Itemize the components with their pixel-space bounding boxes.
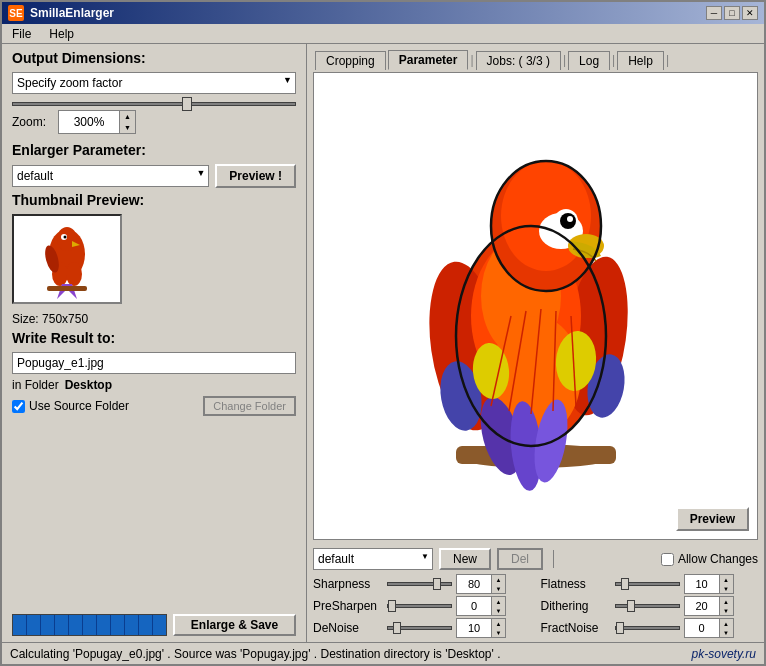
zoom-increment[interactable]: ▲ bbox=[120, 111, 135, 122]
progress-seg-9 bbox=[125, 615, 139, 635]
use-source-folder-checkbox[interactable] bbox=[12, 400, 25, 413]
denoise-spin: ▲ ▼ bbox=[456, 618, 506, 638]
denoise-input[interactable] bbox=[457, 619, 491, 637]
enlarge-save-button[interactable]: Enlarge & Save bbox=[173, 614, 296, 636]
sharpness-input[interactable] bbox=[457, 575, 491, 593]
params-grid: Sharpness ▲ ▼ bbox=[313, 574, 758, 638]
enlarger-param-title: Enlarger Parameter: bbox=[12, 142, 296, 158]
zoom-slider-track[interactable] bbox=[12, 102, 296, 106]
new-preset-button[interactable]: New bbox=[439, 548, 491, 570]
tab-cropping[interactable]: Cropping bbox=[315, 51, 386, 70]
menu-help[interactable]: Help bbox=[45, 26, 78, 42]
filename-input[interactable] bbox=[12, 352, 296, 374]
progress-segments bbox=[13, 615, 166, 635]
zoom-type-wrapper: Specify zoom factor Specify output size … bbox=[12, 72, 296, 94]
presharpen-input[interactable] bbox=[457, 597, 491, 615]
dithering-up[interactable]: ▲ bbox=[720, 597, 733, 606]
menu-file[interactable]: File bbox=[8, 26, 35, 42]
flatness-up[interactable]: ▲ bbox=[720, 575, 733, 584]
zoom-type-select[interactable]: Specify zoom factor Specify output size … bbox=[12, 72, 296, 94]
maximize-button[interactable]: □ bbox=[724, 6, 740, 20]
zoom-input[interactable]: 300% bbox=[59, 111, 119, 133]
progress-seg-4 bbox=[55, 615, 69, 635]
zoom-label: Zoom: bbox=[12, 115, 52, 129]
denoise-row: DeNoise ▲ ▼ bbox=[313, 618, 531, 638]
sharpness-thumb[interactable] bbox=[433, 578, 441, 590]
right-panel: Cropping Parameter | Jobs: ( 3/3 ) | Log… bbox=[307, 44, 764, 642]
svg-point-1 bbox=[57, 227, 77, 251]
sharpness-down[interactable]: ▼ bbox=[492, 584, 505, 593]
svg-point-3 bbox=[66, 262, 82, 286]
presharpen-down[interactable]: ▼ bbox=[492, 606, 505, 615]
dithering-input[interactable] bbox=[685, 597, 719, 615]
dithering-down[interactable]: ▼ bbox=[720, 606, 733, 615]
presharpen-spin-btns: ▲ ▼ bbox=[491, 597, 505, 615]
divider bbox=[553, 550, 554, 568]
dithering-spin-btns: ▲ ▼ bbox=[719, 597, 733, 615]
preview-right-button[interactable]: Preview bbox=[676, 507, 749, 531]
zoom-decrement[interactable]: ▼ bbox=[120, 122, 135, 133]
fractnoise-input[interactable] bbox=[685, 619, 719, 637]
bottom-row-1: default sharpen custom New Del Allow Cha… bbox=[313, 548, 758, 570]
dithering-slider[interactable] bbox=[615, 604, 680, 608]
tab-bar: Cropping Parameter | Jobs: ( 3/3 ) | Log… bbox=[307, 44, 764, 72]
preview-button[interactable]: Preview ! bbox=[215, 164, 296, 188]
preset-select[interactable]: default sharpen custom bbox=[313, 548, 433, 570]
allow-changes-checkbox[interactable] bbox=[661, 553, 674, 566]
denoise-down[interactable]: ▼ bbox=[492, 628, 505, 637]
fractnoise-spin-btns: ▲ ▼ bbox=[719, 619, 733, 637]
presharpen-up[interactable]: ▲ bbox=[492, 597, 505, 606]
denoise-slider[interactable] bbox=[387, 626, 452, 630]
fractnoise-down[interactable]: ▼ bbox=[720, 628, 733, 637]
thumbnail-preview bbox=[12, 214, 122, 304]
window-controls: ─ □ ✕ bbox=[706, 6, 758, 20]
presharpen-spin: ▲ ▼ bbox=[456, 596, 506, 616]
svg-point-7 bbox=[64, 236, 67, 239]
preview-area: Preview bbox=[313, 72, 758, 540]
watermark: pk-sovety.ru bbox=[692, 647, 756, 661]
tab-parameter[interactable]: Parameter bbox=[388, 50, 469, 70]
allow-changes-label[interactable]: Allow Changes bbox=[661, 552, 758, 566]
fractnoise-thumb[interactable] bbox=[616, 622, 624, 634]
del-preset-button[interactable]: Del bbox=[497, 548, 543, 570]
flatness-spin: ▲ ▼ bbox=[684, 574, 734, 594]
fractnoise-up[interactable]: ▲ bbox=[720, 619, 733, 628]
flatness-down[interactable]: ▼ bbox=[720, 584, 733, 593]
fractnoise-label: FractNoise bbox=[541, 621, 611, 635]
dithering-thumb[interactable] bbox=[627, 600, 635, 612]
flatness-thumb[interactable] bbox=[621, 578, 629, 590]
minimize-button[interactable]: ─ bbox=[706, 6, 722, 20]
presharpen-slider[interactable] bbox=[387, 604, 452, 608]
progress-seg-1 bbox=[13, 615, 27, 635]
change-folder-button[interactable]: Change Folder bbox=[203, 396, 296, 416]
denoise-up[interactable]: ▲ bbox=[492, 619, 505, 628]
progress-bar bbox=[12, 614, 167, 636]
flatness-input[interactable] bbox=[685, 575, 719, 593]
fractnoise-slider[interactable] bbox=[615, 626, 680, 630]
size-display: Size: 750x750 bbox=[12, 312, 296, 326]
svg-point-31 bbox=[567, 216, 573, 222]
title-bar: SE SmillaEnlarger ─ □ ✕ bbox=[2, 2, 764, 24]
flatness-slider[interactable] bbox=[615, 582, 680, 586]
zoom-slider-thumb[interactable] bbox=[182, 97, 192, 111]
tab-help[interactable]: Help bbox=[617, 51, 664, 70]
presharpen-thumb[interactable] bbox=[388, 600, 396, 612]
progress-seg-7 bbox=[97, 615, 111, 635]
title-bar-content: SE SmillaEnlarger bbox=[8, 5, 114, 21]
fractnoise-row: FractNoise ▲ ▼ bbox=[541, 618, 759, 638]
close-button[interactable]: ✕ bbox=[742, 6, 758, 20]
tab-log[interactable]: Log bbox=[568, 51, 610, 70]
denoise-label: DeNoise bbox=[313, 621, 383, 635]
progress-seg-10 bbox=[139, 615, 153, 635]
denoise-thumb[interactable] bbox=[393, 622, 401, 634]
zoom-row: Zoom: 300% ▲ ▼ bbox=[12, 110, 296, 134]
tab-jobs[interactable]: Jobs: ( 3/3 ) bbox=[476, 51, 561, 70]
param-select[interactable]: default sharpen custom bbox=[12, 165, 209, 187]
sharpness-up[interactable]: ▲ bbox=[492, 575, 505, 584]
main-window: SE SmillaEnlarger ─ □ ✕ File Help Output… bbox=[0, 0, 766, 666]
flatness-label: Flatness bbox=[541, 577, 611, 591]
tab-separator-3: | bbox=[612, 53, 615, 67]
zoom-slider-container: Zoom: 300% ▲ ▼ bbox=[12, 98, 296, 138]
sharpness-slider[interactable] bbox=[387, 582, 452, 586]
use-source-folder-label[interactable]: Use Source Folder bbox=[12, 399, 129, 413]
